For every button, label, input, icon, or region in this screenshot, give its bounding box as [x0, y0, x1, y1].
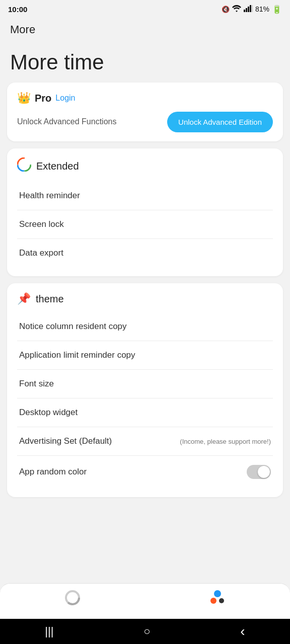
svg-point-11	[210, 598, 216, 604]
app-limit-reminder-item[interactable]: Application limit reminder copy	[17, 341, 273, 370]
theme-title: theme	[36, 293, 64, 305]
page-header: More	[0, 18, 290, 40]
login-link[interactable]: Login	[55, 94, 75, 103]
status-time: 10:00	[8, 5, 27, 14]
nav-chart-btn[interactable]	[52, 589, 93, 606]
back-btn[interactable]: ‹	[240, 623, 245, 639]
svg-rect-4	[252, 5, 253, 12]
wifi-icon	[232, 5, 241, 14]
nav-apps-btn[interactable]	[197, 589, 238, 607]
svg-rect-0	[244, 10, 245, 12]
desktop-widget-label: Desktop widget	[19, 408, 271, 418]
notice-column-item[interactable]: Notice column resident copy	[17, 312, 273, 341]
mute-icon: 🔇	[222, 6, 230, 13]
svg-point-12	[219, 598, 224, 603]
advertising-set-sub: (Income, please support more!)	[180, 438, 271, 445]
crown-icon: 👑	[17, 92, 31, 105]
screen-lock-label: Screen lock	[19, 219, 271, 229]
app-random-color-item[interactable]: App random color	[17, 456, 273, 488]
home-btn[interactable]: ○	[143, 625, 150, 638]
notice-column-label: Notice column resident copy	[19, 321, 271, 332]
extended-icon	[17, 157, 31, 175]
page-title: More	[10, 23, 35, 36]
theme-header: 📌 theme	[17, 292, 273, 305]
screen-lock-item[interactable]: Screen lock	[17, 210, 273, 239]
pro-card: 👑 Pro Login Unlock Advanced Functions Un…	[7, 83, 283, 141]
pro-header: 👑 Pro Login	[17, 92, 273, 105]
pro-label: Pro	[35, 93, 51, 104]
theme-menu-list: Notice column resident copy Application …	[17, 312, 273, 488]
extended-menu-list: Health reminder Screen lock Data export	[17, 182, 273, 267]
big-title-area: More time	[0, 40, 290, 83]
battery-label: 81%	[255, 5, 269, 13]
svg-rect-1	[246, 8, 247, 12]
data-export-item[interactable]: Data export	[17, 239, 273, 267]
theme-card: 📌 theme Notice column resident copy Appl…	[7, 283, 283, 497]
font-size-item[interactable]: Font size	[17, 370, 273, 398]
pro-desc: Unlock Advanced Functions	[17, 116, 161, 127]
big-title: More time	[10, 50, 280, 74]
system-nav: ||| ○ ‹	[0, 619, 290, 644]
extended-title: Extended	[36, 160, 79, 172]
status-bar: 10:00 🔇 8	[0, 0, 290, 18]
app-random-color-toggle[interactable]	[247, 465, 271, 479]
theme-icon: 📌	[17, 292, 31, 305]
extended-header: Extended	[17, 157, 273, 175]
svg-rect-3	[250, 5, 251, 12]
bottom-nav	[0, 583, 290, 619]
signal-icon	[244, 5, 253, 14]
unlock-button[interactable]: Unlock Advanced Edition	[167, 112, 273, 132]
data-export-label: Data export	[19, 248, 271, 258]
app-random-color-label: App random color	[19, 467, 247, 477]
desktop-widget-item[interactable]: Desktop widget	[17, 398, 273, 427]
status-icons: 🔇 81% 🔋	[222, 5, 282, 14]
health-reminder-item[interactable]: Health reminder	[17, 182, 273, 210]
svg-point-10	[214, 590, 221, 597]
health-reminder-label: Health reminder	[19, 191, 271, 201]
toggle-knob	[258, 466, 270, 478]
font-size-label: Font size	[19, 379, 271, 389]
svg-rect-2	[248, 7, 249, 12]
pro-body: Unlock Advanced Functions Unlock Advance…	[17, 112, 273, 132]
recent-apps-btn[interactable]: |||	[45, 625, 53, 638]
advertising-set-item[interactable]: Advertising Set (Default) (Income, pleas…	[17, 427, 273, 456]
extended-card: Extended Health reminder Screen lock Dat…	[7, 148, 283, 276]
app-limit-reminder-label: Application limit reminder copy	[19, 350, 271, 360]
advertising-set-label: Advertising Set (Default)	[19, 436, 176, 446]
battery-icon: 🔋	[272, 5, 282, 14]
